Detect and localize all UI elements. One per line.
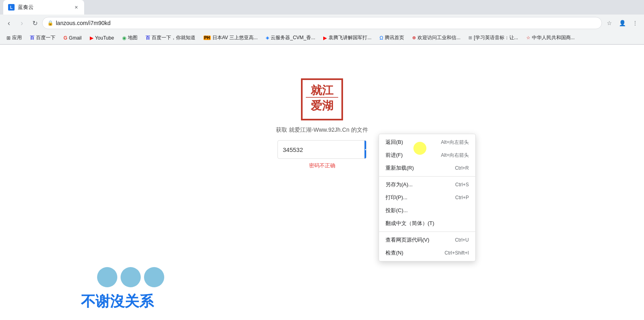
menu-item-viewsource[interactable]: 查看网页源代码(V) Ctrl+U: [379, 234, 475, 246]
circle-dot-2: [121, 267, 141, 287]
baidu-icon: 百: [30, 35, 34, 41]
bookmark-tencent-label: 腾讯首页: [385, 34, 404, 41]
active-tab[interactable]: L 蓝奏云 ✕: [3, 0, 84, 15]
bookmark-youtube[interactable]: ▶ YouTube: [87, 34, 117, 42]
menu-button[interactable]: ⋮: [629, 17, 641, 29]
subtitle-text: 获取 就爱江湖-Www.92Jh.Cn 的文件: [276, 126, 368, 134]
bookmark-english-label: [学习英语音标：让...: [474, 34, 518, 41]
profile-button[interactable]: 👤: [616, 17, 628, 29]
menu-inspect-label: 检查(N): [386, 249, 403, 257]
context-menu: 返回(B) Alt+向左箭头 前进(F) Alt+向右箭头 重新加载(R) Ct…: [379, 134, 476, 261]
bookmark-gmail[interactable]: G Gmail: [60, 34, 85, 42]
ph-icon: PH: [203, 36, 211, 40]
menu-item-back[interactable]: 返回(B) Alt+向左箭头: [379, 136, 475, 149]
address-bar[interactable]: 🔒 lanzous.com/i7m90kd: [42, 17, 602, 29]
bookmark-miit[interactable]: ⊕ 欢迎访问工业和信...: [409, 33, 464, 42]
nav-bar: 🔒 lanzous.com/i7m90kd ☆ 👤 ⋮: [0, 15, 644, 32]
menu-print-label: 打印(P)...: [386, 194, 407, 201]
bookmark-maps[interactable]: ◉ 地图: [119, 33, 141, 42]
menu-item-forward[interactable]: 前进(F) Alt+向右箭头: [379, 149, 475, 162]
arrow-right-icon: ➜: [364, 145, 366, 154]
bookmark-miit-label: 欢迎访问工业和信...: [417, 34, 460, 41]
bookmark-bar: ⊞ 应用 百 百度一下 G Gmail ▶ YouTube ◉ 地图 百 百度一…: [0, 32, 644, 44]
menu-divider-1: [379, 176, 475, 177]
tab-title: 蓝奏云: [18, 4, 34, 11]
bookmark-baidu-label: 百度一下: [36, 34, 55, 41]
bookmark-ph[interactable]: PH 日本AV 三上悠亚高...: [200, 33, 261, 42]
password-input[interactable]: [278, 142, 364, 157]
error-message: 密码不正确: [309, 162, 335, 169]
menu-print-shortcut: Ctrl+P: [455, 195, 469, 200]
reload-icon: [32, 19, 38, 27]
page-content: 就江 爱湖 获取 就爱江湖-Www.92Jh.Cn 的文件 ➜ 密码不正确 不谢…: [0, 45, 644, 320]
bookmark-ph-label: 日本AV 三上悠亚高...: [212, 34, 258, 41]
bookmark-cvm-label: 云服务器_CVM_香...: [271, 34, 315, 41]
logo-container: 就江 爱湖: [300, 77, 344, 122]
yuan-icon: ▶: [323, 35, 327, 41]
circle-dot-3: [144, 267, 164, 287]
apps-icon: ⊞: [6, 35, 11, 41]
bookmark-yuan[interactable]: ▶ 袁腾飞讲解国军打...: [320, 33, 375, 42]
svg-text:就江: 就江: [311, 84, 334, 97]
bookmark-gmail-label: Gmail: [69, 35, 81, 41]
submit-button[interactable]: ➜: [364, 141, 366, 158]
english-icon: ⊞: [468, 35, 472, 40]
menu-divider-2: [379, 232, 475, 232]
menu-item-saveas[interactable]: 另存为(A)... Ctrl+S: [379, 178, 475, 191]
bookmark-star-button[interactable]: ☆: [604, 17, 615, 29]
address-text: lanzous.com/i7m90kd: [56, 20, 597, 26]
tab-bar: L 蓝奏云 ✕: [0, 0, 644, 15]
baidu2-icon: 百: [146, 35, 150, 41]
maps-icon: ◉: [122, 35, 126, 41]
menu-forward-shortcut: Alt+向右箭头: [441, 152, 469, 159]
menu-cast-label: 投影(C)...: [386, 207, 408, 214]
lock-icon: 🔒: [47, 20, 53, 26]
gmail-icon: G: [64, 35, 67, 41]
bookmark-youtube-label: YouTube: [95, 35, 114, 41]
password-input-row: ➜: [278, 140, 366, 159]
logo-svg: 就江 爱湖: [300, 77, 344, 122]
menu-item-translate[interactable]: 翻成中文（简体）(T): [379, 217, 475, 230]
bookmark-baidu[interactable]: 百 百度一下: [27, 33, 59, 42]
youtube-icon: ▶: [90, 35, 93, 41]
menu-back-label: 返回(B): [386, 139, 403, 146]
bookmark-maps-label: 地图: [128, 34, 138, 41]
svg-text:爱湖: 爱湖: [311, 99, 333, 112]
reload-button[interactable]: [29, 17, 40, 29]
tencent-icon: Ω: [379, 35, 383, 41]
bottom-circles: [97, 267, 164, 287]
back-icon: [8, 19, 10, 27]
bookmark-yuan-label: 袁腾飞讲解国军打...: [328, 34, 371, 41]
menu-item-inspect[interactable]: 检查(N) Ctrl+Shift+I: [379, 246, 475, 259]
menu-item-reload[interactable]: 重新加载(R) Ctrl+R: [379, 162, 475, 175]
tab-favicon: L: [8, 4, 15, 11]
center-card: 就江 爱湖 获取 就爱江湖-Www.92Jh.Cn 的文件 ➜ 密码不正确: [278, 77, 366, 169]
browser-chrome: L 蓝奏云 ✕ 🔒 lanzous.com/i7m90kd ☆ 👤 ⋮ ⊞ 应用…: [0, 0, 644, 45]
bookmark-baidu2[interactable]: 百 百度一下，你就知道: [142, 33, 199, 42]
back-button[interactable]: [3, 17, 15, 29]
bookmark-apps[interactable]: ⊞ 应用: [3, 33, 25, 42]
bookmark-mofcom[interactable]: ☆ 中华人民共和国商...: [523, 33, 578, 42]
cvm-icon: ◈: [266, 35, 269, 40]
mofcom-icon: ☆: [526, 35, 530, 40]
tab-close-button[interactable]: ✕: [73, 4, 79, 11]
menu-saveas-label: 另存为(A)...: [386, 181, 413, 188]
bottom-slogan: 不谢沒关系: [81, 292, 154, 312]
menu-saveas-shortcut: Ctrl+S: [455, 182, 469, 187]
menu-inspect-shortcut: Ctrl+Shift+I: [445, 250, 469, 256]
miit-icon: ⊕: [412, 35, 416, 40]
bookmark-apps-label: 应用: [12, 34, 22, 41]
menu-item-print[interactable]: 打印(P)... Ctrl+P: [379, 191, 475, 204]
circle-dot-1: [97, 267, 117, 287]
forward-icon: [21, 19, 23, 27]
menu-reload-shortcut: Ctrl+R: [455, 165, 469, 171]
bookmark-cvm[interactable]: ◈ 云服务器_CVM_香...: [263, 33, 318, 42]
bookmark-english[interactable]: ⊞ [学习英语音标：让...: [465, 33, 521, 42]
forward-button[interactable]: [16, 17, 28, 29]
menu-reload-label: 重新加载(R): [386, 164, 414, 172]
menu-back-shortcut: Alt+向左箭头: [441, 139, 469, 146]
menu-translate-label: 翻成中文（简体）(T): [386, 220, 434, 227]
bookmark-baidu2-label: 百度一下，你就知道: [152, 34, 195, 41]
menu-item-cast[interactable]: 投影(C)...: [379, 204, 475, 217]
bookmark-tencent[interactable]: Ω 腾讯首页: [376, 33, 407, 42]
